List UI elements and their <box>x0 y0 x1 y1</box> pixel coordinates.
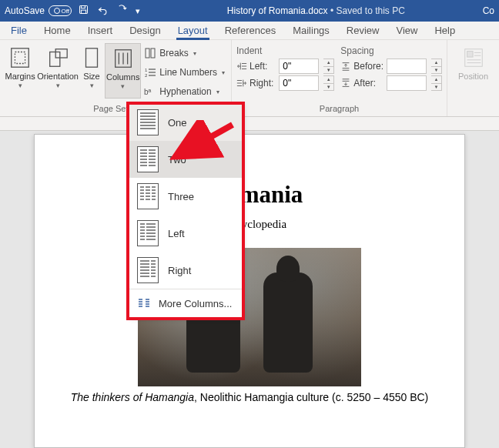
chevron-down-icon: ▾ <box>90 83 94 88</box>
indent-left-input[interactable] <box>279 59 319 74</box>
tab-layout[interactable]: Layout <box>170 22 216 39</box>
svg-rect-3 <box>12 48 29 67</box>
indent-right-input[interactable] <box>279 75 319 91</box>
svg-rect-4 <box>15 52 25 64</box>
columns-option-left[interactable]: Left <box>129 215 242 252</box>
svg-text:1: 1 <box>145 68 148 72</box>
spinner[interactable]: ▲▼ <box>431 75 442 91</box>
image-caption: The thinkers of Hamangia, Neolithic Hama… <box>65 391 434 404</box>
spinner[interactable]: ▲▼ <box>431 59 442 74</box>
group-arrange: Position <box>447 40 499 116</box>
line-numbers-button[interactable]: 12 Line Numbers▾ <box>142 65 226 80</box>
svg-rect-7 <box>86 48 98 67</box>
columns-three-icon <box>137 183 159 209</box>
save-icon[interactable] <box>78 4 89 18</box>
columns-left-icon <box>137 220 159 246</box>
breaks-button[interactable]: Breaks▾ <box>142 45 226 61</box>
title-bar: AutoSave Off ▾ History of Romania.docx •… <box>0 0 499 22</box>
ruler[interactable] <box>0 117 499 131</box>
svg-rect-2 <box>81 10 85 13</box>
svg-text:2: 2 <box>145 73 148 78</box>
autosave-toggle[interactable]: AutoSave Off <box>5 5 72 16</box>
svg-rect-33 <box>467 52 473 58</box>
columns-option-two[interactable]: Two <box>129 141 242 178</box>
indent-header: Indent <box>236 45 276 56</box>
svg-text:bª: bª <box>144 88 152 96</box>
columns-right-icon <box>137 257 159 283</box>
svg-rect-13 <box>151 48 155 58</box>
tab-home[interactable]: Home <box>36 22 79 39</box>
chevron-down-icon: ▾ <box>121 84 125 89</box>
undo-icon[interactable] <box>97 4 109 18</box>
title-right: Co <box>483 5 494 16</box>
columns-button[interactable]: Columns ▾ <box>105 43 141 99</box>
hyphenation-button[interactable]: bª Hyphenation▾ <box>142 84 226 99</box>
tab-design[interactable]: Design <box>122 22 168 39</box>
quick-access-toolbar: ▾ <box>78 4 140 18</box>
redo-icon[interactable] <box>116 4 128 18</box>
chevron-down-icon: ▾ <box>56 83 60 88</box>
spinner[interactable]: ▲▼ <box>323 59 334 74</box>
page-subtitle: ee encyclopedia <box>65 218 434 231</box>
spacing-before-label: Before: <box>340 61 383 72</box>
tab-mailings[interactable]: Mailings <box>285 22 337 39</box>
svg-rect-12 <box>146 48 149 58</box>
spacing-after-input[interactable] <box>387 75 427 91</box>
tab-review[interactable]: Review <box>339 22 387 39</box>
columns-option-three[interactable]: Three <box>129 178 242 215</box>
spacing-after-label: After: <box>340 78 383 89</box>
document-page[interactable]: f Romania ee encyclopedia The thinkers o… <box>34 134 465 448</box>
toggle-off-icon: Off <box>49 5 72 16</box>
orientation-button[interactable]: Orientation ▾ <box>37 43 79 99</box>
page-title: f Romania <box>65 181 434 209</box>
tab-view[interactable]: View <box>388 22 425 39</box>
chevron-down-icon: ▾ <box>18 83 22 88</box>
columns-two-icon <box>137 146 159 172</box>
size-button[interactable]: Size ▾ <box>80 43 103 99</box>
columns-option-right[interactable]: Right <box>129 252 242 289</box>
indent-right-label: Right: <box>236 78 276 89</box>
columns-more-option[interactable]: More Columns... <box>129 289 242 317</box>
qat-dropdown-icon[interactable]: ▾ <box>136 6 140 16</box>
tab-file[interactable]: File <box>3 22 35 39</box>
tab-insert[interactable]: Insert <box>80 22 121 39</box>
svg-rect-6 <box>55 49 67 58</box>
indent-left-label: Left: <box>236 61 276 72</box>
columns-option-one[interactable]: One <box>129 104 242 141</box>
spinner[interactable]: ▲▼ <box>323 75 334 91</box>
document-area[interactable]: f Romania ee encyclopedia The thinkers o… <box>0 117 499 448</box>
svg-rect-5 <box>50 52 60 67</box>
columns-dropdown-menu: One Two Three Left Right More Columns... <box>129 103 243 318</box>
document-title: History of Romania.docx • Saved to this … <box>149 5 483 16</box>
spacing-before-input[interactable] <box>387 59 427 74</box>
svg-rect-1 <box>81 6 85 8</box>
columns-one-icon <box>137 109 159 135</box>
ribbon-tabs: File Home Insert Design Layout Reference… <box>0 22 499 40</box>
tab-help[interactable]: Help <box>427 22 463 39</box>
group-paragraph: Indent Left: ▲▼ Right: ▲▼ Spacing Before… <box>232 40 447 116</box>
group-label: Paragraph <box>236 104 442 115</box>
autosave-label: AutoSave <box>5 5 45 16</box>
tab-references[interactable]: References <box>217 22 283 39</box>
margins-button[interactable]: Margins ▾ <box>5 43 35 99</box>
spacing-header: Spacing <box>340 45 383 56</box>
ribbon: Margins ▾ Orientation ▾ Size ▾ Columns ▾ <box>0 40 499 117</box>
position-button: Position <box>452 43 494 81</box>
